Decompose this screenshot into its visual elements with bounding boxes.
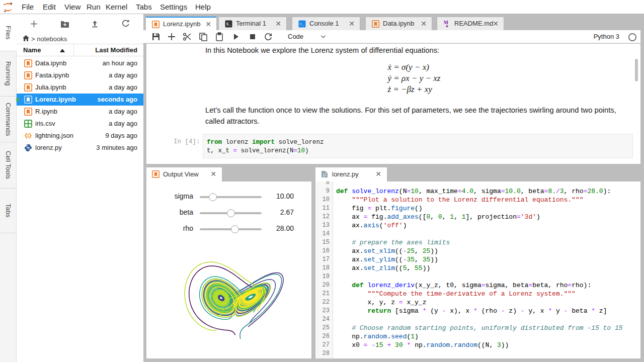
svg-text:M: M bbox=[444, 20, 448, 25]
svg-text:>_: >_ bbox=[299, 22, 304, 26]
svg-text:$_: $_ bbox=[226, 22, 231, 26]
